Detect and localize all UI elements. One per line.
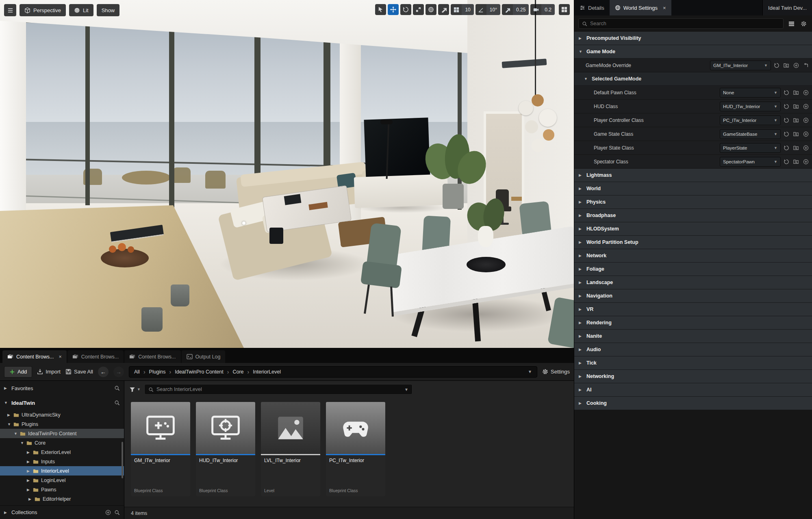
forward-button[interactable]: → — [113, 367, 124, 377]
viewport-menu-button[interactable] — [4, 4, 16, 16]
use-selected-asset-icon[interactable] — [773, 61, 781, 69]
use-selected-asset-icon[interactable] — [782, 89, 790, 97]
browse-to-asset-icon[interactable] — [792, 102, 800, 111]
category-tick[interactable]: ▶Tick — [574, 356, 812, 370]
breadcrumb-item-idealtwinpro-content[interactable]: IdealTwinPro Content — [175, 369, 224, 375]
camera-speed-control[interactable]: 0.2 — [530, 4, 555, 15]
chevron-down-icon[interactable]: ▼ — [404, 387, 408, 392]
category-network[interactable]: ▶Network — [574, 249, 812, 263]
browse-to-asset-icon[interactable] — [792, 116, 800, 124]
category-rendering[interactable]: ▶Rendering — [574, 316, 812, 330]
game-state-class-dropdown[interactable]: GameStateBase▼ — [720, 129, 781, 139]
search-icon[interactable] — [114, 385, 120, 391]
asset-tile-gm-itw-interior[interactable]: GM_ITw_Interior Blueprint Class — [131, 402, 190, 496]
tree-item-idealtwinpro-content[interactable]: ▼ IdealTwinPro Content — [0, 429, 124, 438]
tree-item-pawns[interactable]: ▶ Pawns — [0, 485, 124, 494]
use-selected-asset-icon[interactable] — [782, 130, 790, 138]
default-pawn-class-dropdown[interactable]: None▼ — [720, 88, 781, 98]
tab-details[interactable]: Details — [574, 0, 610, 15]
tree-item-loginlevel[interactable]: ▶ LoginLevel — [0, 476, 124, 485]
browse-to-asset-icon[interactable] — [792, 89, 800, 97]
close-icon[interactable]: × — [59, 354, 61, 360]
close-icon[interactable]: × — [663, 5, 666, 11]
search-icon[interactable] — [114, 510, 120, 515]
details-search-box[interactable] — [578, 18, 784, 29]
breadcrumb-item-plugins[interactable]: Plugins — [149, 369, 166, 375]
tab-content-browser-3[interactable]: Content Brows... — [124, 350, 180, 363]
category-landscape[interactable]: ▶Landscape — [574, 276, 812, 289]
scale-tool-button[interactable] — [413, 4, 424, 15]
new-asset-icon[interactable] — [802, 102, 810, 111]
filter-button[interactable]: ▼ — [129, 387, 141, 393]
rotate-tool-button[interactable] — [400, 4, 411, 15]
scale-snap-control[interactable]: 0.25 — [502, 4, 529, 15]
search-icon[interactable] — [114, 400, 120, 406]
tab-content-browser-1[interactable]: Content Brows... × — [2, 350, 67, 363]
category-networking[interactable]: ▶Networking — [574, 370, 812, 383]
browse-to-asset-icon[interactable] — [792, 130, 800, 138]
viewport-layout-button[interactable] — [559, 4, 570, 15]
use-selected-asset-icon[interactable] — [782, 158, 790, 166]
select-tool-button[interactable] — [375, 4, 386, 15]
asset-tile-hud-itw-interior[interactable]: HUD_ITw_Interior Blueprint Class — [196, 402, 255, 496]
perspective-button[interactable]: Perspective — [20, 4, 66, 16]
category-lightmass[interactable]: ▶Lightmass — [574, 169, 812, 182]
new-asset-icon[interactable] — [802, 89, 810, 97]
category-game-mode[interactable]: ▼ Game Mode — [574, 45, 812, 59]
tree-item-plugins[interactable]: ▼ Plugins — [0, 419, 124, 429]
tree-item-ultradynamicsky[interactable]: ▶ UltraDynamicSky — [0, 410, 124, 419]
collections-section[interactable]: ▶ Collections — [0, 505, 124, 519]
use-selected-asset-icon[interactable] — [782, 102, 790, 111]
player-state-class-dropdown[interactable]: PlayerState▼ — [720, 143, 781, 153]
breadcrumb-item-all[interactable]: All — [134, 369, 140, 375]
new-asset-icon[interactable] — [802, 130, 810, 138]
subcategory-selected-gamemode[interactable]: ▼ Selected GameMode — [574, 72, 812, 86]
use-selected-asset-icon[interactable] — [782, 144, 790, 152]
tree-item-core[interactable]: ▼ Core — [0, 438, 124, 447]
surface-snapping-button[interactable] — [438, 4, 449, 15]
category-physics[interactable]: ▶Physics — [574, 195, 812, 209]
asset-tile-lvl-itw-interior[interactable]: LVL_ITw_Interior Level — [261, 402, 320, 496]
browse-to-asset-icon[interactable] — [792, 144, 800, 152]
tab-output-log[interactable]: Output Log — [182, 350, 226, 363]
tree-item-exteriorlevel[interactable]: ▶ ExteriorLevel — [0, 447, 124, 457]
lit-mode-button[interactable]: Lit — [69, 4, 93, 16]
details-search-input[interactable] — [590, 21, 780, 26]
import-button[interactable]: Import — [37, 369, 61, 375]
new-asset-icon[interactable] — [802, 158, 810, 166]
reset-to-default-icon[interactable] — [802, 61, 810, 69]
breadcrumb[interactable]: All › Plugins › IdealTwinPro Content › C… — [129, 366, 537, 378]
browse-to-asset-icon[interactable] — [792, 158, 800, 166]
spectator-class-dropdown[interactable]: SpectatorPawn▼ — [720, 157, 781, 167]
panel-settings-button[interactable] — [799, 19, 808, 28]
idealtwin-root-section[interactable]: ▼ IdealTwin — [0, 395, 124, 410]
chevron-down-icon[interactable]: ▼ — [528, 369, 532, 374]
view-options-button[interactable] — [787, 19, 796, 28]
new-asset-icon[interactable] — [802, 116, 810, 124]
tree-item-interiorlevel[interactable]: ▶ InteriorLevel — [0, 466, 124, 476]
add-collection-icon[interactable] — [105, 510, 111, 515]
asset-search-input[interactable] — [156, 387, 402, 392]
grid-snap-control[interactable]: 10 — [451, 4, 473, 15]
category-navigation[interactable]: ▶Navigation — [574, 289, 812, 303]
hud-class-dropdown[interactable]: HUD_ITw_Interior▼ — [720, 102, 781, 111]
category-ai[interactable]: ▶AI — [574, 383, 812, 397]
add-button[interactable]: Add — [4, 366, 32, 378]
level-viewport[interactable]: Perspective Lit Show 10 10° — [0, 0, 574, 348]
asset-tile-pc-itw-interior[interactable]: PC_ITw_Interior Blueprint Class — [326, 402, 385, 496]
category-nanite[interactable]: ▶Nanite — [574, 330, 812, 343]
category-world[interactable]: ▶World — [574, 182, 812, 195]
tab-content-browser-2[interactable]: Content Brows... — [67, 350, 124, 363]
back-button[interactable]: ← — [98, 367, 109, 377]
category-cooking[interactable]: ▶Cooking — [574, 397, 812, 410]
save-all-button[interactable]: Save All — [65, 369, 93, 375]
show-menu-button[interactable]: Show — [97, 4, 120, 16]
new-asset-icon[interactable] — [802, 144, 810, 152]
category-broadphase[interactable]: ▶Broadphase — [574, 209, 812, 222]
category-world-partition-setup[interactable]: ▶World Partition Setup — [574, 236, 812, 249]
player-controller-class-dropdown[interactable]: PC_ITw_Interior▼ — [720, 115, 781, 125]
use-selected-asset-icon[interactable] — [782, 116, 790, 124]
move-tool-button[interactable] — [388, 4, 399, 15]
rotation-snap-control[interactable]: 10° — [475, 4, 500, 15]
world-local-toggle-button[interactable] — [426, 4, 436, 15]
